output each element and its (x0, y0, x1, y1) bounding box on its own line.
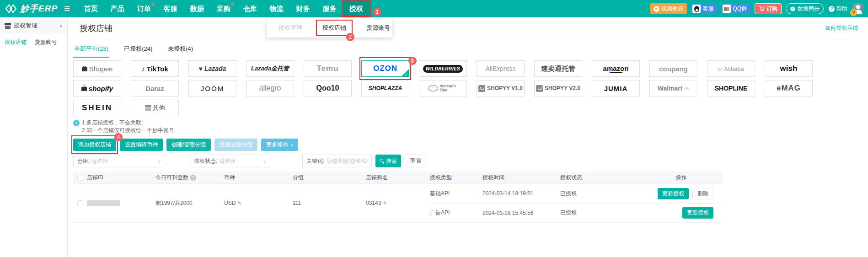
page-title: 授权店铺 (80, 23, 113, 34)
tab-authorized[interactable]: 已授权(24) (123, 43, 153, 58)
sidebar-links: 授权店铺 货源账号 (0, 34, 67, 51)
sidebar-section-auth-management[interactable]: 授权管理 ∧ (0, 17, 67, 34)
platform-shein[interactable]: SHEIN (73, 100, 121, 116)
authorization-notes: i 1.多店铺授权，不会关联; 2.同一个店铺仅可授权给一个妙手账号 (68, 119, 868, 134)
platform-tiktok[interactable]: ♪ TikTok (131, 60, 179, 77)
batch-set-group-button[interactable]: 批量设置分组 (214, 139, 257, 151)
more-actions-button[interactable]: 更多操作 ∨ (261, 139, 298, 151)
edit-icon[interactable]: ✎ (383, 200, 387, 206)
update-auth-button[interactable]: 更新授权 (658, 188, 689, 199)
nav-item-warehouse[interactable]: 仓库 (237, 0, 263, 17)
sidebar-item-auth-stores[interactable]: 授权店铺 (5, 38, 27, 46)
nav-item-customer-service[interactable]: 客服 (157, 0, 184, 17)
col-operations: 操作 (647, 174, 718, 182)
platform-mercado-libre[interactable]: ◠ mercado libre (419, 80, 467, 96)
info-icon: i (73, 120, 80, 126)
auth-subrow-ad-api: 广告API 2024-01-18 15:45:56 已授权 更新授权 (430, 203, 723, 222)
table-row: 剩1997/共2000 USD ✎ 111 03143 ✎ 基 (73, 184, 723, 223)
user-avatar[interactable]: V (852, 3, 864, 15)
chevron-up-icon[interactable]: ∧ (59, 23, 63, 28)
top-navigation-bar: 妙手ERP ☰ 首页 产品 订单 客服 数据 采购 仓库 物流 财务 服务 授权… (0, 0, 868, 17)
data-sync-button[interactable]: 数据同步 (786, 3, 824, 14)
select-all-checkbox[interactable] (77, 175, 83, 181)
nav-item-logistics[interactable]: 物流 (263, 0, 290, 17)
platform-ozon-selected[interactable]: OZON ✓ 3 (361, 60, 409, 77)
update-auth-button[interactable]: 更新授权 (682, 207, 713, 219)
walmart-spark-icon: ✳ (684, 85, 689, 92)
nav-item-orders[interactable]: 订单 (131, 0, 157, 17)
nav-item-data[interactable]: 数据 (184, 0, 210, 17)
app-window: 妙手ERP ☰ 首页 产品 订单 客服 数据 采购 仓库 物流 财务 服务 授权… (0, 0, 868, 257)
auth-time: 2024-01-18 15:45:56 (482, 210, 560, 216)
platform-joom[interactable]: JOOM (188, 80, 236, 96)
app-logo: 妙手ERP (5, 3, 58, 15)
platform-temu[interactable]: Temu (304, 60, 352, 77)
platform-shopyy-v2[interactable]: SHOPYY V2.0 (534, 80, 582, 96)
platform-shopify[interactable]: shopify (73, 80, 121, 96)
reset-button[interactable]: 重置 (405, 155, 427, 167)
sidebar-item-supply-accounts[interactable]: 货源账号 (35, 38, 57, 46)
logo-diamond-icon (5, 3, 16, 14)
auth-time: 2024-03-14 18:19:51 (482, 190, 560, 197)
tab-unauthorized[interactable]: 未授权(4) (167, 43, 194, 58)
platform-shoplazza[interactable]: SHOPLAZZA (361, 80, 409, 96)
platform-qoo10[interactable]: Qoo10 (304, 80, 352, 96)
platform-aliexpress-managed[interactable]: 速卖通托管 (534, 60, 582, 77)
platform-shopline[interactable]: SHOPLINE (707, 80, 755, 96)
keyword-input[interactable] (326, 158, 368, 164)
add-authorized-store-button[interactable]: 添加授权店铺 4 (73, 139, 116, 151)
nav-item-products[interactable]: 产品 (104, 0, 131, 17)
platform-shopee[interactable]: Shopee (73, 60, 121, 77)
search-button[interactable]: 搜索 (375, 155, 401, 167)
platform-daraz[interactable]: Daraz (131, 80, 179, 96)
customer-service-button[interactable]: 客服 (691, 3, 717, 14)
platform-tabs: 全部平台(28) 已授权(24) 未授权(4) (68, 43, 868, 58)
order-purchase-button[interactable]: 订购 (755, 3, 782, 14)
row-checkbox[interactable] (77, 200, 83, 206)
alibaba-mark-icon: ℮ (718, 65, 722, 73)
dropdown-item-auth-management[interactable]: 授权管理 (279, 24, 302, 32)
video-tutorial-button[interactable]: ▶ 视频教程 (650, 3, 687, 14)
delete-button[interactable]: 删除 (692, 188, 713, 199)
platform-coupang[interactable]: coupang (649, 60, 697, 77)
question-icon[interactable]: ? (190, 175, 196, 181)
table-header: 店铺ID 今日可刊登数 ? 币种 分组 店铺别名 授权类型 授权时间 授权状态 … (73, 171, 723, 184)
group-filter-select[interactable]: 分组: 请选择 ∨ (73, 155, 165, 167)
tab-all-platforms[interactable]: 全部平台(28) (73, 43, 109, 58)
set-edit-currency-button[interactable]: 设置编辑币种 (120, 139, 163, 151)
auth-type: 基础API (430, 190, 482, 198)
nav-item-home[interactable]: 首页 (78, 0, 104, 17)
platform-wish[interactable]: wish (765, 60, 813, 77)
auth-type: 广告API (430, 209, 482, 217)
platform-lazada-fully-managed[interactable]: Lazada全托管 (246, 60, 294, 77)
platform-wildberries[interactable]: WILDBERRIES (419, 60, 467, 77)
dropdown-item-auth-stores[interactable]: 授权店铺 2 (322, 24, 346, 32)
col-auth-type: 授权类型 (430, 174, 482, 182)
main-content: 授权店铺 如何授权店铺 全部平台(28) 已授权(24) 未授权(4) Shop… (68, 17, 868, 257)
nav-item-services[interactable]: 服务 (316, 0, 343, 17)
vip-badge: V (850, 9, 857, 16)
annotation-badge-3: 3 (408, 57, 417, 65)
hamburger-menu-icon[interactable]: ☰ (64, 5, 70, 13)
nav-item-purchasing[interactable]: 采购 (210, 0, 237, 17)
platform-allegro[interactable]: allegro (246, 80, 294, 96)
platform-walmart[interactable]: Walmart ✳ (649, 80, 697, 96)
create-manage-group-button[interactable]: 创建/管理分组 (166, 139, 211, 151)
platform-emag[interactable]: eMAG (765, 80, 813, 96)
how-to-authorize-link[interactable]: 如何授权店铺 (825, 24, 858, 32)
nav-item-finance[interactable]: 财务 (290, 0, 316, 17)
nav-item-authorization[interactable]: 授权 1 (343, 0, 370, 17)
platform-lazada[interactable]: ♥ Lazada (188, 60, 236, 77)
help-button[interactable]: ? 帮助 (828, 3, 848, 14)
auth-status-filter-select[interactable]: 授权状态: 请选择 ∨ (190, 155, 270, 167)
platform-aliexpress[interactable]: AliExpress (477, 60, 525, 77)
qq-group-button[interactable]: QQ群 (721, 3, 750, 14)
platform-jumia[interactable]: JUMIA (592, 80, 640, 96)
dropdown-item-supply-accounts[interactable]: 货源账号 (366, 24, 390, 32)
col-currency: 币种 (224, 174, 293, 182)
edit-icon[interactable]: ✎ (237, 200, 241, 206)
platform-other[interactable]: 其他 (131, 100, 179, 116)
platform-shopyy-v1[interactable]: SHOPYY V1.0 (477, 80, 525, 96)
platform-alibaba[interactable]: ℮ Alibaba (707, 60, 755, 77)
platform-amazon[interactable]: amazon (592, 60, 640, 77)
